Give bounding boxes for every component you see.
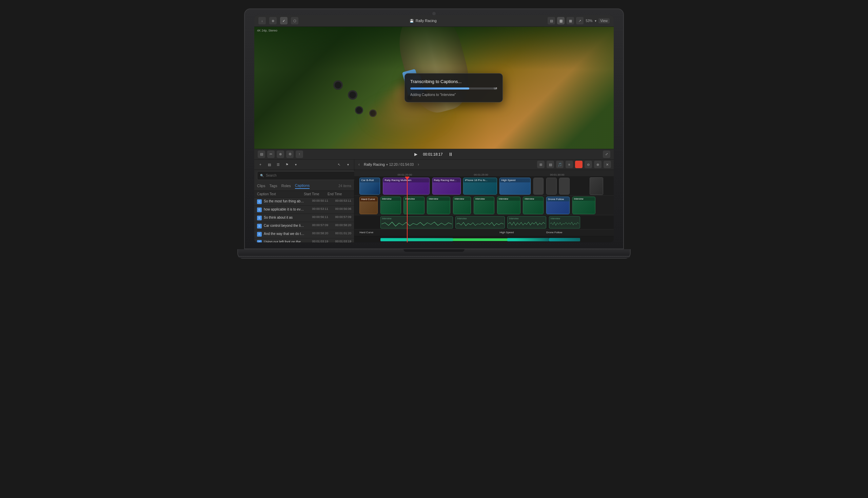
captions-header: Caption Text Start Time End Time	[254, 191, 354, 198]
tab-clips[interactable]: Clips	[257, 183, 265, 188]
zoom-out-btn[interactable]: ⊖	[584, 161, 592, 168]
progress-bar-container: ✕	[410, 88, 497, 90]
clip-thumbnail-highspeed	[500, 182, 530, 194]
audio-clip-2[interactable]: Interview	[455, 216, 504, 228]
caption-bar-3[interactable]	[549, 238, 580, 241]
caption-text-header: Caption Text	[257, 192, 276, 196]
clip-interview-6[interactable]: Interview	[497, 197, 521, 214]
add-caption-btn[interactable]: +	[257, 161, 264, 168]
tab-roles[interactable]: Roles	[281, 183, 291, 188]
audio-btn[interactable]: 🎵	[556, 161, 564, 168]
clip-car-broll[interactable]: Car B-Roll	[359, 178, 380, 195]
tab-captions[interactable]: Captions	[295, 183, 310, 189]
clip-iphone[interactable]: iPhone 16 Pro fo...	[463, 178, 497, 195]
caption-end-2: 00:00:57:09	[330, 215, 351, 219]
clip-interview-4[interactable]: Interview	[453, 197, 471, 214]
caption-end-3: 00:00:58:20	[330, 223, 351, 227]
clip-hard-curve[interactable]: Hard Curve	[359, 197, 378, 214]
position-btn[interactable]: ⊕	[277, 150, 284, 158]
timeline-prev-btn[interactable]: ‹	[357, 161, 361, 168]
export-btn[interactable]: ↗	[576, 17, 583, 24]
list-item[interactable]: C Using our left foot on the brakes allo…	[254, 238, 354, 243]
clip-multicam-2[interactable]: Rally Racing Mul...	[432, 178, 461, 195]
panel-grid-btn[interactable]: ▤	[266, 161, 273, 168]
share-button[interactable]: ⬡	[291, 17, 298, 24]
zoom-in-btn[interactable]: ⊕	[594, 161, 602, 168]
audio-clip-1[interactable]: Interview	[380, 216, 453, 228]
clip-interview-6-label: Interview	[497, 197, 520, 201]
view-dropdown-btn[interactable]: View	[599, 18, 610, 23]
clip-interview-4-label: Interview	[453, 197, 471, 201]
timeline-ruler: 00:01:20:00 00:01:25:00 00:01:30:00	[354, 170, 614, 176]
settings-btn[interactable]: ⚙	[286, 150, 294, 158]
audio-clip-4[interactable]: Interview	[549, 216, 580, 228]
timeline-options-btn[interactable]: ✕	[604, 161, 611, 168]
clip-interview-3[interactable]: Interview	[427, 197, 450, 214]
high-speed-label-display: High Speed	[499, 231, 514, 234]
clip-thumbnail-miniview	[590, 177, 603, 195]
clip-interview-1[interactable]: Interview	[380, 197, 401, 214]
hdd-icon: 💾	[410, 19, 414, 23]
list-item[interactable]: C So the most fun thing about driving a …	[254, 198, 354, 206]
import-button[interactable]: ↓	[258, 17, 266, 24]
trim-btn[interactable]: ✂	[267, 150, 275, 158]
clip-thumbnail-hardcurve	[360, 201, 377, 214]
search-bar[interactable]: 🔍 Search	[257, 171, 357, 180]
record-btn[interactable]	[575, 161, 582, 168]
progress-close-button[interactable]: ✕	[494, 88, 497, 90]
connect-button[interactable]: ⊗	[269, 17, 277, 24]
list-item[interactable]: C So think about it as 00:00:56:11 00:00…	[254, 214, 354, 222]
video-preview: 4K 24p, Stereo Transcribing to Captions.…	[254, 27, 614, 149]
pause-icon[interactable]: ⏸	[448, 152, 454, 157]
caption-start-3: 00:00:57:09	[307, 223, 328, 227]
list-item[interactable]: C how applicable it is to every kind of …	[254, 206, 354, 214]
panel-list-btn[interactable]: ☰	[275, 161, 281, 168]
clip-high-speed-upper[interactable]: High Speed	[499, 178, 531, 195]
clip-multicam-1[interactable]: Rally Racing Multicam	[383, 178, 430, 195]
tab-tags[interactable]: Tags	[269, 183, 277, 188]
caption-type-icon: C	[257, 232, 262, 237]
check-button[interactable]: ✓	[280, 17, 288, 24]
clip-thumbnail-broll	[360, 182, 380, 194]
audio-clip-3[interactable]: Interview	[507, 216, 546, 228]
caption-type-icon: C	[257, 199, 262, 204]
macbook-chassis: ↓ ⊗ ✓ ⬡ 💾 Rally Racing ▤ ▥ ▦ ↗ 53% ▾ Vie…	[244, 9, 624, 490]
timeline-project-name: Rally Racing	[364, 162, 385, 167]
filmstrip-view-btn[interactable]: ▦	[567, 17, 574, 24]
clip-interview-7[interactable]: Interview	[523, 197, 543, 214]
grid-view-btn[interactable]: ▤	[548, 17, 555, 24]
audio-lanes-btn[interactable]: ≡	[566, 161, 573, 168]
clip-drone-follow[interactable]: Drone Follow	[546, 197, 570, 214]
caption-bar-2[interactable]	[507, 238, 549, 241]
list-item[interactable]: C And the way that we do that is primari…	[254, 230, 354, 238]
playback-controls: ▤ ✂ ⊕ ⚙ ↑ ▶ 00:01:18:17 ⏸ ⤢	[254, 149, 614, 160]
panel-cursor-btn[interactable]: ↖	[336, 161, 342, 168]
play-button[interactable]: ▶	[414, 152, 417, 157]
trackpad-indicator	[400, 256, 468, 257]
arrow-btn[interactable]: ↑	[296, 150, 303, 158]
tire-3	[355, 106, 363, 114]
panel-tag-btn[interactable]: ⚑	[284, 161, 290, 168]
clip-drone-follow-label: Drone Follow	[547, 197, 569, 201]
panel-dropdown-btn[interactable]: ▾	[292, 161, 299, 168]
tracks-container: Car B-Roll Rally Racing Multicam	[354, 176, 614, 243]
clip-appearance-btn[interactable]: ▤	[547, 161, 554, 168]
waveform-1	[381, 220, 453, 228]
clip-interview-5[interactable]: Interview	[474, 197, 494, 214]
list-item[interactable]: C Car control beyond the limit. 00:00:57…	[254, 222, 354, 230]
track-labels: Hard Curve High Speed Drone Follow	[354, 230, 614, 236]
list-view-btn[interactable]: ▥	[557, 17, 565, 24]
ruler-mark-3: 00:01:30:00	[550, 173, 564, 176]
timeline-next-btn[interactable]: ›	[416, 161, 420, 168]
fullscreen-btn[interactable]: ⤢	[603, 150, 610, 158]
clip-interview-last[interactable]: Interview	[572, 197, 596, 214]
clip-extra-2[interactable]	[546, 178, 557, 195]
clip-extra-1[interactable]	[533, 178, 544, 195]
panel-arrow-btn[interactable]: ▾	[344, 161, 351, 168]
left-controls: ▤ ✂ ⊕ ⚙ ↑	[258, 150, 303, 158]
view-toggle-btn[interactable]: ▤	[258, 150, 265, 158]
clip-extra-3[interactable]	[559, 178, 570, 195]
caption-start-0: 00:00:50:11	[307, 199, 328, 202]
caption-bar-1[interactable]	[380, 238, 453, 241]
magnetic-timeline-btn[interactable]: ⊞	[537, 161, 544, 168]
